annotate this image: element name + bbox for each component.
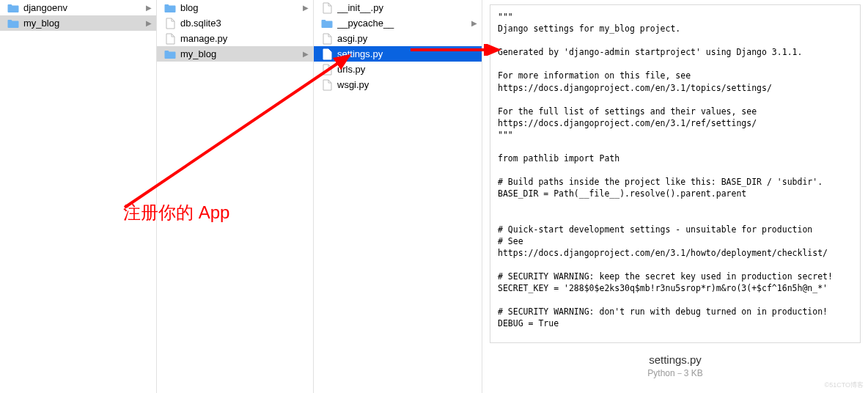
- folder-icon: [7, 18, 19, 29]
- chevron-right-icon: ▶: [301, 4, 309, 12]
- file-icon: [321, 79, 333, 91]
- file-icon: [164, 33, 176, 45]
- file-item-my-blog[interactable]: my_blog▶: [0, 15, 156, 31]
- chevron-right-icon: ▶: [301, 50, 309, 58]
- item-label: blog: [180, 2, 301, 13]
- preview-filename: settings.py: [482, 353, 868, 366]
- item-label: djangoenv: [23, 2, 144, 13]
- annotation-text: 注册你的 App: [123, 201, 229, 224]
- file-icon: [321, 48, 333, 60]
- preview-fileinfo: Python－3 KB: [482, 367, 868, 380]
- preview-column: """ Django settings for my_blog project.…: [482, 0, 868, 393]
- file-preview[interactable]: """ Django settings for my_blog project.…: [490, 4, 861, 343]
- file-icon: [321, 2, 333, 14]
- file-item-wsgi-py[interactable]: wsgi.py: [314, 77, 482, 92]
- item-label: settings.py: [337, 48, 477, 59]
- folder-icon: [321, 18, 333, 29]
- file-icon: [321, 64, 333, 76]
- file-item---pycache--[interactable]: __pycache__▶: [314, 15, 482, 31]
- item-label: my_blog: [23, 18, 144, 29]
- file-item-urls-py[interactable]: urls.py: [314, 62, 482, 77]
- file-icon: [321, 33, 333, 45]
- file-item-djangoenv[interactable]: djangoenv▶: [0, 0, 156, 15]
- item-label: urls.py: [337, 64, 477, 75]
- folder-icon: [164, 48, 176, 60]
- chevron-right-icon: ▶: [144, 4, 152, 12]
- file-item---init---py[interactable]: __init__.py: [314, 0, 482, 15]
- column-1: djangoenv▶my_blog▶: [0, 0, 157, 393]
- item-label: __pycache__: [337, 18, 470, 29]
- item-label: __init__.py: [337, 2, 477, 13]
- column-3: __init__.py__pycache__▶asgi.pysettings.p…: [314, 0, 482, 393]
- folder-icon: [164, 2, 176, 14]
- file-icon: [164, 18, 176, 29]
- file-item-manage-py[interactable]: manage.py: [157, 31, 313, 46]
- chevron-right-icon: ▶: [144, 19, 152, 27]
- item-label: asgi.py: [337, 33, 477, 44]
- watermark: ©51CTO博客: [825, 381, 864, 390]
- column-2: blog▶db.sqlite3manage.pymy_blog▶: [157, 0, 314, 393]
- item-label: wsgi.py: [337, 79, 477, 90]
- item-label: manage.py: [180, 33, 309, 44]
- finder-columns: djangoenv▶my_blog▶ blog▶db.sqlite3manage…: [0, 0, 868, 393]
- chevron-right-icon: ▶: [470, 19, 477, 27]
- file-item-blog[interactable]: blog▶: [157, 0, 313, 15]
- file-item-settings-py[interactable]: settings.py: [314, 46, 482, 62]
- file-metadata: settings.py Python－3 KB: [482, 348, 868, 380]
- item-label: my_blog: [180, 48, 301, 59]
- file-item-db-sqlite3[interactable]: db.sqlite3: [157, 15, 313, 31]
- folder-icon: [7, 2, 19, 14]
- item-label: db.sqlite3: [180, 18, 309, 29]
- file-item-my-blog[interactable]: my_blog▶: [157, 46, 313, 62]
- file-item-asgi-py[interactable]: asgi.py: [314, 31, 482, 46]
